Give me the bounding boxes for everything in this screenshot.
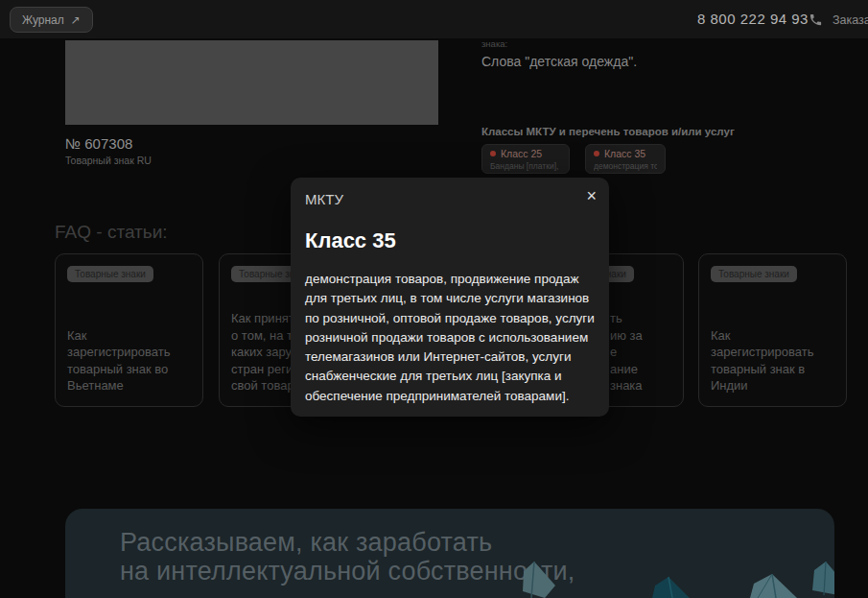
mktu-class-chip-35[interactable]: Класс 35 демонстрация тов... [585,144,666,174]
topbar: Журнал ↗ 8 800 222 94 93 Заказать [0,0,868,38]
card-title: Как зарегистрировать товарный знак в Инд… [711,327,834,395]
trademark-number: № 607308 [65,135,132,152]
card-tag: Товарные знаки [67,266,153,282]
modal-body-text: демонстрация товаров, продвижение продаж… [305,270,595,406]
trademark-type-label: Товарный знак RU [65,155,152,166]
promo-banner[interactable]: Рассказываем, как заработать на интеллек… [65,509,834,598]
phone-number[interactable]: 8 800 222 94 93 [697,11,809,27]
unprotected-elements-label-fragment: знака: [481,38,507,49]
card-title: ть ию за е ание знака [610,310,671,395]
order-call-link[interactable]: Заказать [833,13,868,27]
unprotected-elements-value: Слова "детская одежда". [481,54,637,69]
card-tag: Товарные знаки [711,266,797,282]
mktu-class-chip-25[interactable]: Класс 25 Банданы [платки], ... [481,144,570,174]
faq-card[interactable]: Товарные знаки Как зарегистрировать това… [698,253,847,407]
class-chip-preview: Банданы [платки], ... [490,161,561,171]
class-chip-name: Класс 35 [604,148,645,159]
modal-title: Класс 35 [305,228,594,253]
card-title: Как зарегистрировать товарный знак во Вь… [67,327,191,395]
trademark-image-placeholder [65,40,438,125]
faq-card[interactable]: Товарные знаки Как зарегистрировать това… [55,253,203,407]
class-dot-icon [490,151,496,156]
class-chip-name: Класс 25 [501,148,542,159]
mktu-classes-header: Классы МКТУ и перечень товаров и/или усл… [481,126,735,137]
phone-icon[interactable] [809,12,823,27]
banner-heading: Рассказываем, как заработать на интеллек… [120,529,575,586]
faq-heading: FAQ - статьи: [55,222,168,243]
class-dot-icon [594,151,599,156]
journal-button[interactable]: Журнал ↗ [10,7,93,33]
close-icon[interactable]: × [586,187,597,204]
modal-kicker: МКТУ [305,191,594,207]
external-link-icon: ↗ [71,13,81,27]
mktu-class-modal: МКТУ × Класс 35 демонстрация товаров, пр… [291,178,609,417]
class-chip-preview: демонстрация тов... [594,161,657,171]
journal-button-label: Журнал [22,13,64,27]
